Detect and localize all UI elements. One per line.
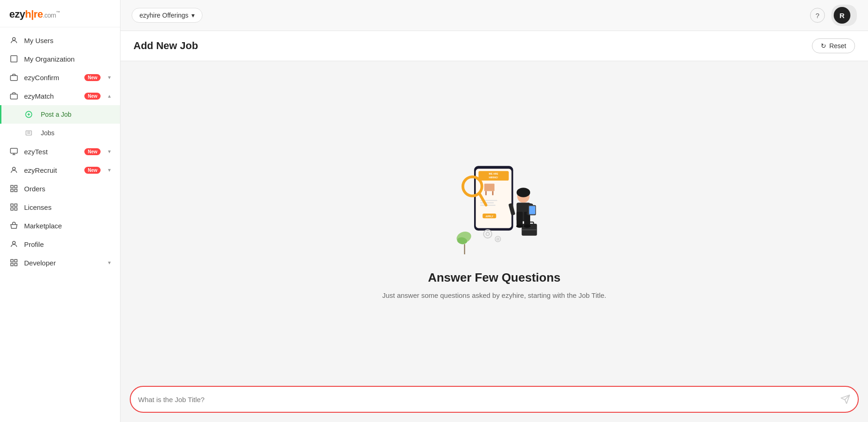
svg-rect-14: [11, 148, 18, 153]
reset-icon: ↻: [821, 42, 826, 50]
svg-rect-7: [11, 94, 18, 99]
sidebar-item-post-a-job[interactable]: Post a Job: [0, 105, 120, 124]
svg-point-46: [483, 230, 492, 238]
reset-button[interactable]: ↻ Reset: [812, 38, 855, 53]
offerings-label: ezyhire Offerings: [139, 12, 189, 19]
chevron-ezyconfirm: ▾: [108, 74, 111, 81]
sidebar-item-ezymatch[interactable]: ezyMatch New ▴: [0, 87, 120, 105]
svg-point-0: [13, 38, 15, 40]
svg-rect-28: [15, 259, 17, 262]
sidebar-label-orders: Orders: [24, 185, 111, 193]
grid-icon: [9, 184, 19, 193]
answer-subtitle: Just answer some questions asked by ezyh…: [382, 291, 607, 299]
badge-ezymatch: New: [84, 93, 101, 100]
sidebar-item-developer[interactable]: Developer ▾: [0, 253, 120, 272]
nav-list: My Users My Organization ezyConfirm New …: [0, 27, 120, 422]
sidebar-label-post-a-job: Post a Job: [41, 111, 111, 118]
briefcase2-icon: [9, 91, 19, 101]
svg-rect-55: [516, 212, 522, 225]
reset-label: Reset: [829, 42, 846, 50]
submit-icon[interactable]: [840, 394, 850, 404]
svg-rect-20: [11, 189, 13, 192]
sidebar-item-ezytest[interactable]: ezyTest New ▾: [0, 142, 120, 161]
svg-rect-40: [480, 202, 494, 203]
plus-icon: [24, 110, 33, 119]
page-title: Add New Job: [133, 40, 198, 52]
svg-text:WE ARE: WE ARE: [488, 172, 498, 175]
svg-rect-18: [11, 185, 13, 188]
sidebar-label-profile: Profile: [24, 240, 111, 248]
svg-rect-21: [15, 189, 17, 192]
sidebar-label-ezymatch: ezyMatch: [24, 92, 77, 100]
logo-area: ezyh|re.com™: [0, 0, 120, 27]
svg-rect-6: [11, 76, 18, 81]
top-bar: ezyhire Offerings ▾ ? R: [120, 0, 868, 31]
store-icon: [9, 221, 19, 230]
person2-icon: [9, 165, 19, 175]
logo-text-dotcom: .com: [43, 12, 56, 19]
logo-text-hire: h|re: [25, 8, 43, 20]
person3-icon: [9, 239, 19, 249]
sidebar-item-my-organization[interactable]: My Organization: [0, 50, 120, 68]
svg-rect-1: [11, 56, 17, 62]
page-header: Add New Job ↻ Reset: [120, 31, 868, 61]
help-button[interactable]: ?: [810, 8, 825, 23]
sidebar-item-profile[interactable]: Profile: [0, 235, 120, 253]
sidebar-item-licenses[interactable]: Licenses: [0, 198, 120, 216]
svg-rect-30: [15, 264, 17, 266]
illustration-section: WE ARE HIRING! APPLY: [120, 61, 868, 378]
logo-text-ezy: ezy: [9, 8, 25, 20]
sidebar-label-ezyconfirm: ezyConfirm: [24, 74, 77, 82]
user-avatar: R: [834, 7, 850, 24]
svg-rect-36: [484, 183, 494, 191]
svg-point-47: [486, 232, 489, 235]
job-title-input-wrapper: [130, 386, 859, 413]
chevron-ezymatch: ▴: [108, 93, 111, 99]
person-icon: [9, 36, 19, 45]
svg-point-26: [13, 241, 15, 244]
sidebar-item-jobs[interactable]: Jobs: [0, 124, 120, 142]
svg-rect-25: [15, 208, 17, 210]
badge-ezyconfirm: New: [84, 74, 101, 81]
sidebar-item-my-users[interactable]: My Users: [0, 31, 120, 50]
sidebar-item-ezyconfirm[interactable]: ezyConfirm New ▾: [0, 68, 120, 87]
svg-rect-22: [11, 204, 13, 206]
answer-heading: Answer Few Questions: [428, 271, 560, 285]
svg-rect-23: [15, 204, 17, 206]
offerings-button[interactable]: ezyhire Offerings ▾: [132, 8, 203, 23]
svg-rect-19: [15, 185, 17, 188]
sidebar-item-ezyrecruit[interactable]: ezyRecruit New ▾: [0, 161, 120, 179]
grid2-icon: [9, 202, 19, 212]
sidebar-label-ezytest: ezyTest: [24, 148, 77, 156]
sidebar-label-developer: Developer: [24, 259, 101, 267]
job-title-input[interactable]: [138, 396, 840, 403]
sidebar-label-jobs: Jobs: [41, 129, 111, 137]
logo-tm: ™: [56, 10, 60, 15]
svg-text:HIRING!: HIRING!: [488, 176, 498, 178]
sidebar-item-orders[interactable]: Orders: [0, 179, 120, 198]
svg-rect-38: [492, 191, 493, 195]
input-section: [120, 378, 868, 422]
svg-point-62: [516, 224, 523, 227]
chevron-developer: ▾: [108, 259, 111, 266]
sidebar-item-marketplace[interactable]: Marketplace: [0, 216, 120, 235]
sidebar-label-marketplace: Marketplace: [24, 222, 111, 230]
sidebar-label-my-users: My Users: [24, 37, 111, 44]
svg-text:APPLY: APPLY: [485, 215, 493, 218]
briefcase-icon: [9, 73, 19, 82]
sidebar-label-my-organization: My Organization: [24, 55, 111, 63]
monitor-icon: [9, 147, 19, 156]
main-content: ezyhire Offerings ▾ ? R Add New Job ↻ Re…: [120, 0, 868, 422]
svg-point-49: [497, 238, 499, 239]
svg-rect-29: [11, 264, 13, 266]
svg-point-61: [516, 188, 530, 197]
user-menu-button[interactable]: R: [831, 5, 857, 26]
svg-rect-60: [529, 206, 535, 214]
svg-rect-37: [485, 191, 487, 195]
logo: ezyh|re.com™: [9, 8, 111, 20]
svg-rect-24: [11, 208, 13, 210]
grid3-icon: [9, 258, 19, 267]
illustration-wrapper: WE ARE HIRING! APPLY: [444, 150, 545, 257]
sidebar-label-licenses: Licenses: [24, 203, 111, 211]
hiring-illustration: WE ARE HIRING! APPLY: [444, 150, 545, 257]
